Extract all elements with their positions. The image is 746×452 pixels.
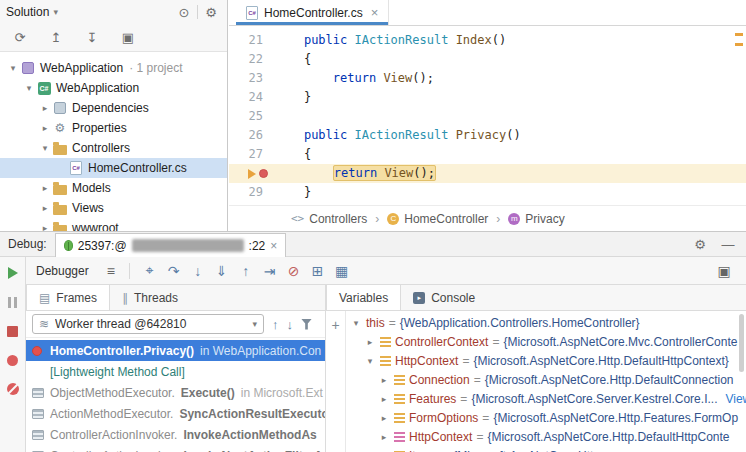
chevron-right-icon[interactable]: ▸ <box>38 103 52 113</box>
debug-settings-gear-icon[interactable]: ⚙ <box>690 237 710 252</box>
debugger-label: Debugger <box>36 264 89 278</box>
code-line-22[interactable]: 22 { <box>229 50 746 69</box>
variable-row-features[interactable]: ▸Features = {Microsoft.AspNetCore.Server… <box>346 389 746 408</box>
code-line-24[interactable]: 24 } <box>229 88 746 107</box>
variables-scrollbar[interactable] <box>739 314 744 372</box>
stack-frame-row[interactable]: ControllerActionInvoker.InvokeActionMeth… <box>26 424 325 445</box>
step-into-icon[interactable]: ↓ <box>186 263 210 279</box>
stack-frame-row[interactable]: HomeController.Privacy() in WebApplicati… <box>26 340 325 361</box>
view-link[interactable]: View <box>725 392 746 406</box>
chevron-right-icon[interactable]: ▸ <box>38 123 52 133</box>
editor-tab-label: HomeController.cs <box>264 6 363 20</box>
code-line-29[interactable]: 29 } <box>229 183 746 202</box>
tree-item-views[interactable]: ▸Views <box>0 198 227 218</box>
code-line-28[interactable]: return View(); <box>229 164 746 183</box>
stack-frame-row[interactable]: [Lightweight Method Call] <box>26 361 325 382</box>
chevron-down-icon[interactable]: ▾ <box>6 63 20 73</box>
collapse-all-icon[interactable]: ↧ <box>82 30 102 45</box>
mute-breakpoints-button[interactable] <box>5 383 21 395</box>
variable-row-items[interactable]: ▸Items = {Microsoft.AspNetCore.Http. <box>346 446 746 452</box>
tab-threads[interactable]: ∥ Threads <box>110 285 190 310</box>
add-watch-icon[interactable]: + <box>331 317 339 333</box>
chevron-right-icon[interactable]: ▸ <box>38 183 52 193</box>
code-line-27[interactable]: 27 { <box>229 145 746 164</box>
settings-gear-icon[interactable]: ⚙ <box>201 5 221 20</box>
chevron-right-icon[interactable]: ▸ <box>378 432 390 442</box>
run-to-cursor-icon[interactable]: ⇥ <box>258 263 282 279</box>
view-breakpoints-button[interactable] <box>5 354 21 366</box>
variable-row-httpcontext[interactable]: ▸HttpContext = {Microsoft.AspNetCore.Htt… <box>346 427 746 446</box>
chevron-right-icon[interactable]: ▸ <box>378 394 390 404</box>
variable-row-this[interactable]: ▾this = {WebApplication.Controllers.Home… <box>346 313 746 332</box>
toolbar-divider <box>197 5 198 19</box>
close-session-icon[interactable]: × <box>270 239 277 253</box>
code-line-26[interactable]: 26 public IActionResult Privacy() <box>229 126 746 145</box>
tree-item-webapplication[interactable]: ▾C#WebApplication <box>0 78 227 98</box>
variable-row-formoptions[interactable]: ▸FormOptions = {Microsoft.AspNetCore.Htt… <box>346 408 746 427</box>
expand-all-icon[interactable]: ↥ <box>46 30 66 45</box>
chevron-right-icon[interactable]: ▸ <box>364 337 376 347</box>
step-over-icon[interactable]: ↷ <box>162 263 186 279</box>
step-out-icon[interactable]: ↑ <box>234 263 258 279</box>
refresh-icon[interactable]: ⟳ <box>10 30 30 45</box>
locate-opened-file-icon[interactable]: ⊙ <box>174 5 194 20</box>
layout-settings-icon[interactable]: ▣ <box>712 263 736 279</box>
chevron-down-icon[interactable]: ▾ <box>364 356 376 366</box>
stack-frame-row[interactable]: ControllerActionInvoker.InvokeNextAction… <box>26 445 325 452</box>
tab-variables[interactable]: Variables <box>326 285 401 310</box>
chevron-down-icon[interactable]: ▾ <box>350 318 362 328</box>
variable-row-controllercontext[interactable]: ▸ControllerContext = {Microsoft.AspNetCo… <box>346 332 746 351</box>
tab-frames[interactable]: ▤ Frames <box>26 285 110 310</box>
tree-item-homecontroller-cs[interactable]: C#HomeController.cs <box>0 158 227 178</box>
chevron-right-icon[interactable]: ▸ <box>38 203 52 213</box>
chevron-right-icon[interactable]: ▸ <box>378 413 390 423</box>
solution-view-selector[interactable]: Solution ▾ <box>6 5 58 19</box>
stack-frame-row[interactable]: ObjectMethodExecutor.Execute() in Micros… <box>26 382 325 403</box>
previous-frame-icon[interactable]: ↑ <box>272 317 279 332</box>
execution-gutter[interactable] <box>229 164 275 183</box>
variable-row-httpcontext[interactable]: ▾HttpContext = {Microsoft.AspNetCore.Htt… <box>346 351 746 370</box>
next-frame-icon[interactable]: ↓ <box>287 317 294 332</box>
code-editor[interactable]: 21 public IActionResult Index()22 {23 re… <box>229 26 746 205</box>
code-line-21[interactable]: 21 public IActionResult Index() <box>229 31 746 50</box>
tree-item-dependencies[interactable]: ▸Dependencies <box>0 98 227 118</box>
view-as-table-icon[interactable]: ▦ <box>330 263 354 279</box>
tab-console[interactable]: ▸ Console <box>401 285 487 310</box>
stack-frame-row[interactable]: ActionMethodExecutor.SyncActionResultExe… <box>26 403 325 424</box>
breakpoint-icon[interactable] <box>259 169 268 178</box>
debug-session-tab[interactable]: 25397:@ :22 × <box>55 233 287 257</box>
code-line-25[interactable]: 25 <box>229 107 746 126</box>
close-tab-icon[interactable]: × <box>371 5 379 20</box>
tree-item-models[interactable]: ▸Models <box>0 178 227 198</box>
chevron-right-icon[interactable]: ▸ <box>378 375 390 385</box>
chevron-right-icon[interactable]: ▸ <box>38 223 52 231</box>
filter-frames-icon[interactable] <box>301 319 312 330</box>
hide-panel-icon[interactable]: — <box>718 237 738 252</box>
stripe-mark[interactable] <box>735 43 743 46</box>
tree-item-wwwroot[interactable]: ▸wwwroot <box>0 218 227 231</box>
resume-button[interactable] <box>5 267 21 279</box>
debugger-menu-icon[interactable]: ≡ <box>101 263 121 279</box>
mute-breakpoints-icon[interactable]: ⊘ <box>282 263 306 279</box>
code-line-23[interactable]: 23 return View(); <box>229 69 746 88</box>
pause-button[interactable] <box>5 296 21 308</box>
breadcrumb-item-homecontroller[interactable]: CHomeController <box>387 212 488 226</box>
breadcrumb-item-privacy[interactable]: mPrivacy <box>508 212 564 226</box>
preview-icon[interactable]: ▣ <box>118 30 138 45</box>
evaluate-expression-icon[interactable]: ⊞ <box>306 263 330 279</box>
tree-item-controllers[interactable]: ▾Controllers <box>0 138 227 158</box>
stripe-mark[interactable] <box>735 33 743 36</box>
thread-selector-dropdown[interactable]: ≋ Worker thread @642810 ▾ <box>32 314 264 334</box>
chevron-down-icon[interactable]: ▾ <box>38 143 52 153</box>
variable-row-connection[interactable]: ▸Connection = {Microsoft.AspNetCore.Http… <box>346 370 746 389</box>
editor-error-stripe[interactable] <box>733 26 746 204</box>
breadcrumb-item-controllers[interactable]: <>Controllers <box>291 212 367 226</box>
show-execution-point-icon[interactable]: ⌖ <box>138 262 162 279</box>
editor-tab-homecontroller[interactable]: C# HomeController.cs × <box>236 0 389 25</box>
chevron-down-icon[interactable]: ▾ <box>22 83 36 93</box>
tree-item-webapplication[interactable]: ▾WebApplication· 1 project <box>0 58 227 78</box>
tree-item-properties[interactable]: ▸⚙Properties <box>0 118 227 138</box>
toolbar-divider <box>129 263 130 279</box>
stop-button[interactable] <box>5 325 21 337</box>
force-step-into-icon[interactable]: ⇓ <box>210 263 234 279</box>
